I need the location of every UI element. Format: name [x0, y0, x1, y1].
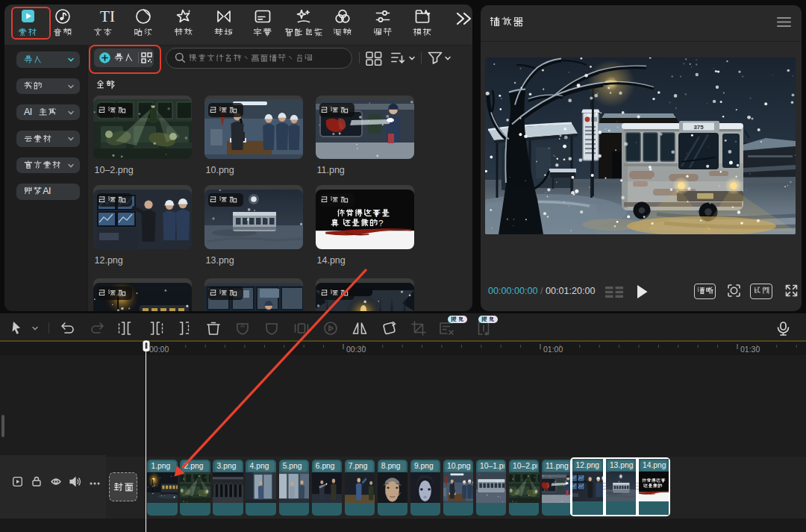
svg-text:?: ?	[378, 217, 384, 227]
svg-text:01:00: 01:00	[543, 344, 563, 353]
svg-text:I: I	[30, 107, 32, 117]
svg-text:00:00: 00:00	[149, 344, 169, 353]
svg-text:00:30: 00:30	[346, 344, 366, 353]
svg-text:375: 375	[693, 124, 704, 131]
svg-text:AI: AI	[240, 323, 245, 328]
svg-text:01:30: 01:30	[740, 344, 760, 353]
svg-text:I: I	[49, 186, 51, 196]
svg-text:TI: TI	[100, 7, 115, 25]
